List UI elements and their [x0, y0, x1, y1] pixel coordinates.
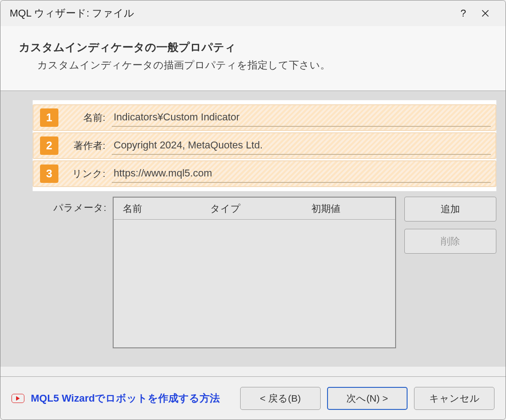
link-row: 3 リンク: [33, 160, 496, 187]
add-button[interactable]: 追加 [404, 197, 496, 221]
page-subtitle: カスタムインディケータの描画プロパティを指定して下さい。 [19, 58, 487, 72]
back-button[interactable]: < 戻る(B) [240, 387, 321, 410]
params-label: パラメータ: [33, 197, 106, 214]
badge-3: 3 [40, 165, 58, 183]
help-button[interactable]: ? [452, 2, 474, 24]
link-input[interactable] [112, 165, 491, 183]
window-title: MQL ウィザード: ファイル [10, 6, 452, 20]
tutorial-link[interactable]: MQL5 Wizardでロボットを作成する方法 [31, 392, 220, 405]
col-name[interactable]: 名前 [114, 202, 201, 215]
params-section: パラメータ: 名前 タイプ 初期値 追加 削除 [33, 197, 496, 348]
content-area: 1 名前: 2 著作者: 3 リンク: パラメータ: 名前 タイプ 初期値 追加… [0, 91, 506, 367]
header-section: カスタムインディケータの一般プロパティ カスタムインディケータの描画プロパティを… [0, 26, 506, 91]
badge-1: 1 [40, 108, 58, 127]
col-initial[interactable]: 初期値 [302, 202, 395, 215]
remove-button[interactable]: 削除 [404, 229, 496, 254]
titlebar: MQL ウィザード: ファイル ? [0, 0, 506, 26]
close-icon [481, 9, 489, 17]
help-icon: ? [460, 7, 466, 19]
footer: MQL5 Wizardでロボットを作成する方法 < 戻る(B) 次へ(N) > … [0, 376, 506, 420]
author-input[interactable] [112, 136, 491, 155]
highlighted-fields: 1 名前: 2 著作者: 3 リンク: [33, 100, 496, 191]
link-label: リンク: [65, 167, 105, 180]
footer-left: MQL5 Wizardでロボットを作成する方法 [12, 392, 240, 405]
params-table-header: 名前 タイプ 初期値 [114, 198, 395, 220]
page-title: カスタムインディケータの一般プロパティ [19, 40, 487, 55]
author-row: 2 著作者: [33, 132, 496, 159]
next-button[interactable]: 次へ(N) > [327, 387, 408, 410]
name-input[interactable] [112, 108, 491, 127]
youtube-icon [12, 394, 24, 403]
col-type[interactable]: タイプ [201, 202, 302, 215]
badge-2: 2 [40, 136, 58, 155]
close-button[interactable] [474, 2, 496, 24]
author-label: 著作者: [65, 139, 105, 152]
params-table[interactable]: 名前 タイプ 初期値 [113, 197, 396, 348]
name-label: 名前: [65, 111, 105, 124]
footer-buttons: < 戻る(B) 次へ(N) > キャンセル [240, 387, 494, 410]
params-buttons: 追加 削除 [404, 197, 496, 254]
cancel-button[interactable]: キャンセル [414, 387, 494, 410]
name-row: 1 名前: [33, 104, 496, 131]
